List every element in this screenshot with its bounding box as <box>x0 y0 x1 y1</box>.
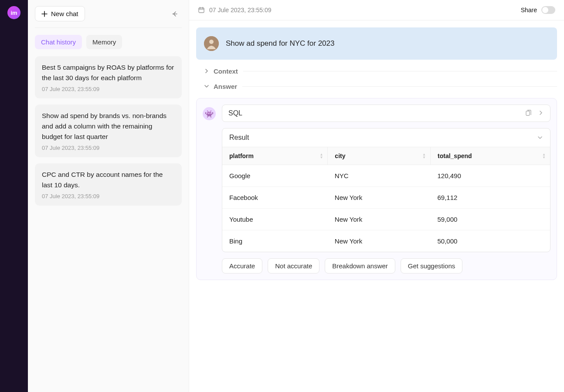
cell: Google <box>222 165 328 187</box>
svg-point-2 <box>209 40 214 44</box>
column-header[interactable]: city▲▼ <box>328 147 431 165</box>
sidebar-tabs: Chat history Memory <box>35 35 182 49</box>
arrow-left-icon <box>171 10 178 17</box>
history-item-title: Best 5 campaigns by ROAS by platforms fo… <box>42 62 175 83</box>
chevron-right-icon <box>204 68 210 74</box>
history-item[interactable]: CPC and CTR by account names for the las… <box>35 163 182 206</box>
cell: 50,000 <box>431 230 550 252</box>
suggestions-button[interactable]: Get suggestions <box>401 258 462 274</box>
topbar-timestamp: 07 Jule 2023, 23:55:09 <box>209 7 271 14</box>
cell: 69,112 <box>431 187 550 209</box>
main-panel: 07 Jule 2023, 23:55:09 Share Show ad spe… <box>189 0 564 392</box>
divider <box>242 86 557 87</box>
sort-icon: ▲▼ <box>319 153 323 159</box>
column-header[interactable]: total_spend▲▼ <box>431 147 550 165</box>
cell: Facebook <box>222 187 328 209</box>
column-label: city <box>335 152 345 159</box>
table-row: Youtube New York 59,000 <box>222 209 550 230</box>
chevron-down-icon <box>204 84 210 90</box>
cell: New York <box>328 187 431 209</box>
tab-chat-history[interactable]: Chat history <box>35 35 82 49</box>
collapse-chevron-down-icon[interactable] <box>537 135 543 141</box>
feedback-row: Accurate Not accurate Breakdown answer G… <box>222 258 550 274</box>
answer-section-header[interactable]: Answer <box>196 83 557 90</box>
topbar: 07 Jule 2023, 23:55:09 Share <box>189 0 564 20</box>
breakdown-button[interactable]: Breakdown answer <box>325 258 395 274</box>
cell: New York <box>328 230 431 252</box>
nav-rail: im <box>0 0 28 392</box>
chat-content: Show ad spend for NYC for 2023 Context A… <box>189 20 564 287</box>
result-label: Result <box>229 134 249 142</box>
table-row: Google NYC 120,490 <box>222 165 550 187</box>
result-box: Result platform▲▼ city▲▼ total_spend▲▼ <box>222 128 550 252</box>
plus-icon <box>41 11 48 17</box>
column-header[interactable]: platform▲▼ <box>222 147 328 165</box>
history-item-title: CPC and CTR by account names for the las… <box>42 169 175 190</box>
calendar-icon <box>198 7 205 14</box>
history-item-time: 07 Jule 2023, 23:55:09 <box>42 86 175 92</box>
history-item-title: Show ad spend by brands vs. non-brands a… <box>42 111 175 142</box>
sort-icon: ▲▼ <box>422 153 426 159</box>
user-message: Show ad spend for NYC for 2023 <box>196 27 557 60</box>
not-accurate-button[interactable]: Not accurate <box>268 258 319 274</box>
svg-rect-0 <box>199 8 204 13</box>
share-toggle[interactable] <box>541 6 555 14</box>
history-item[interactable]: Show ad spend by brands vs. non-brands a… <box>35 105 182 157</box>
cell: Bing <box>222 230 328 252</box>
new-chat-label: New chat <box>51 10 78 17</box>
divider <box>243 71 557 71</box>
answer-label: Answer <box>214 83 237 90</box>
app-logo[interactable]: im <box>7 6 20 19</box>
context-section-header[interactable]: Context <box>196 68 557 75</box>
cell: 59,000 <box>431 209 550 230</box>
cell: Youtube <box>222 209 328 230</box>
copy-icon[interactable] <box>525 110 532 117</box>
history-item[interactable]: Best 5 campaigns by ROAS by platforms fo… <box>35 56 182 98</box>
sql-block[interactable]: SQL <box>222 105 550 122</box>
user-message-text: Show ad spend for NYC for 2023 <box>226 39 334 48</box>
sort-icon: ▲▼ <box>542 153 546 159</box>
history-item-time: 07 Jule 2023, 23:55:09 <box>42 193 175 199</box>
cell: New York <box>328 209 431 230</box>
cell: NYC <box>328 165 431 187</box>
answer-card: 👾 SQL Result <box>196 98 557 280</box>
sql-label: SQL <box>228 109 242 117</box>
share-label: Share <box>521 7 537 14</box>
history-item-time: 07 Jule 2023, 23:55:09 <box>42 145 175 151</box>
bot-avatar: 👾 <box>203 107 216 120</box>
chat-history-list: Best 5 campaigns by ROAS by platforms fo… <box>35 56 182 206</box>
collapse-sidebar-button[interactable] <box>168 7 182 21</box>
new-chat-button[interactable]: New chat <box>35 6 85 21</box>
table-row: Facebook New York 69,112 <box>222 187 550 209</box>
expand-chevron-right-icon[interactable] <box>538 110 544 117</box>
cell: 120,490 <box>431 165 550 187</box>
tab-memory[interactable]: Memory <box>86 35 122 49</box>
accurate-button[interactable]: Accurate <box>222 258 262 274</box>
result-table: platform▲▼ city▲▼ total_spend▲▼ Google N… <box>222 147 550 252</box>
svg-rect-3 <box>526 111 530 115</box>
table-row: Bing New York 50,000 <box>222 230 550 252</box>
context-label: Context <box>214 68 238 75</box>
column-label: platform <box>229 152 254 159</box>
column-label: total_spend <box>438 152 472 159</box>
user-avatar <box>204 36 219 51</box>
sidebar: New chat Chat history Memory Best 5 camp… <box>28 0 189 392</box>
